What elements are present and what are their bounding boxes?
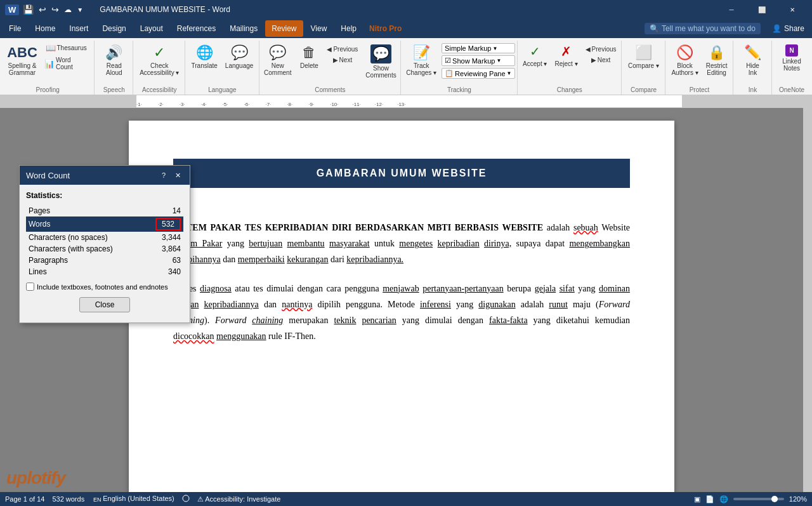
word-count-button[interactable]: 📊 Word Count [42, 55, 90, 72]
para2-forward-2: Forward [215, 316, 246, 325]
compare-button[interactable]: ⬜ Compare ▾ [625, 42, 662, 70]
ruler-ticks: ·1· ·2· ·3· ·4· ·5· ·6· ·7· ·8· ·9· ·10·… [136, 95, 406, 107]
para2-inferensi: inferensi [420, 300, 451, 309]
customize-icon[interactable]: ▼ [77, 6, 83, 13]
document-paragraph-2: Proses diagnosa atau tes dimulai dengan … [173, 281, 630, 345]
show-comments-icon: 💬 [370, 44, 391, 63]
menu-layout[interactable]: Layout [134, 20, 169, 37]
speech-group-label: Speech [103, 85, 125, 93]
block-authors-button[interactable]: 🚫 BlockAuthors ▾ [669, 42, 700, 77]
brand-prefix: up [6, 468, 27, 488]
menu-bar: File Home Insert Design Layout Reference… [0, 19, 812, 38]
language-button[interactable]: 💬 Language [223, 42, 256, 70]
linked-notes-icon: N [785, 44, 797, 57]
hide-ink-icon: ✏️ [744, 44, 761, 61]
ribbon-group-comments: 💬 NewComment 🗑 Delete ◀ Previous ▶ Nex [260, 41, 402, 95]
language-icon: EN [92, 495, 101, 503]
view-web-icon[interactable]: 🌐 [719, 495, 728, 503]
dialog-help-button[interactable]: ? [158, 170, 169, 181]
show-comments-button[interactable]: 💬 ShowComments [363, 42, 398, 80]
restrict-editing-button[interactable]: 🔒 RestrictEditing [704, 42, 730, 77]
include-checkbox-label: Include textboxes, footnotes and endnote… [37, 283, 168, 291]
include-checkbox-row: Include textboxes, footnotes and endnote… [26, 283, 183, 291]
view-normal-icon[interactable]: ▣ [694, 495, 700, 503]
ribbon-group-accessibility: ✓ CheckAccessibility ▾ Accessibility [134, 41, 185, 95]
previous-comment-button[interactable]: ◀ Previous [324, 44, 360, 54]
thesaurus-icon: 📖 [46, 43, 56, 53]
autosave-icon[interactable]: ☁ [64, 5, 72, 14]
table-row-chars-space: Characters (with spaces) 3,864 [26, 243, 183, 255]
pages-label: Pages [26, 205, 143, 216]
track-changes-button[interactable]: 📝 TrackChanges ▾ [403, 42, 439, 77]
linked-notes-button[interactable]: N LinkedNotes [779, 42, 804, 73]
hide-ink-button[interactable]: ✏️ HideInk [740, 42, 766, 77]
reject-button[interactable]: ✗ Reject ▾ [552, 42, 580, 69]
language-group-label: Language [208, 85, 237, 93]
markup-dropdown-label: Simple Markup [445, 44, 491, 52]
include-checkbox[interactable] [26, 283, 34, 291]
menu-nitro-pro[interactable]: Nitro Pro [364, 22, 407, 36]
reviewing-pane-dropdown[interactable]: 📋 Reviewing Pane ▼ [442, 68, 514, 79]
save-icon[interactable]: 💾 [23, 4, 34, 15]
words-label: Words [26, 216, 143, 232]
search-label: Tell me what you want to do [662, 24, 756, 33]
read-aloud-button[interactable]: 🔊 ReadAloud [102, 42, 127, 77]
menu-references[interactable]: References [171, 20, 222, 37]
dialog-stats-table: Pages 14 Words 532 Characters (no spaces… [26, 205, 183, 277]
delete-comment-button[interactable]: 🗑 Delete [296, 42, 322, 70]
zoom-slider[interactable] [733, 498, 784, 500]
accessibility-buttons: ✓ CheckAccessibility ▾ [137, 42, 181, 85]
chars-nospace-label: Characters (no spaces) [26, 232, 143, 243]
para2-fakta: fakta-fakta [489, 316, 528, 325]
view-read-icon[interactable]: 📄 [705, 495, 714, 503]
zoom-level: 120% [789, 495, 807, 503]
check-accessibility-button[interactable]: ✓ CheckAccessibility ▾ [137, 42, 181, 77]
translate-button[interactable]: 🌐 Translate [189, 42, 220, 70]
onenote-buttons: N LinkedNotes [779, 42, 804, 85]
next-change-button[interactable]: ▶ Next [583, 55, 619, 65]
menu-view[interactable]: View [304, 20, 334, 37]
new-comment-button[interactable]: 💬 NewComment [261, 42, 294, 77]
table-row-lines: Lines 340 [26, 266, 183, 277]
reviewing-pane-icon: 📋 [445, 69, 454, 77]
chars-space-label: Characters (with spaces) [26, 243, 143, 255]
markup-dropdown[interactable]: Simple Markup ▼ [442, 43, 514, 53]
undo-icon[interactable]: ↩ [39, 4, 46, 15]
thesaurus-button[interactable]: 📖 Thesaurus [42, 42, 90, 54]
document-paragraph-1: SISTEM PAKAR TES KEPRIBADIAN DIRI BERDAS… [173, 220, 630, 268]
next-change-icon: ▶ [591, 57, 596, 63]
previous-change-button[interactable]: ◀ Previous [583, 44, 619, 54]
show-markup-label: Show Markup [452, 57, 495, 65]
menu-review[interactable]: Review [265, 20, 303, 37]
share-button[interactable]: 👤 Share [767, 22, 809, 36]
accept-button[interactable]: ✓ Accept ▾ [520, 42, 549, 69]
document-scrollbar[interactable] [803, 108, 812, 492]
block-authors-icon: 🚫 [676, 44, 693, 61]
next-change-label: Next [598, 57, 611, 63]
next-comment-button[interactable]: ▶ Next [324, 55, 360, 65]
thesaurus-label: Thesaurus [57, 44, 87, 51]
menu-file[interactable]: File [3, 20, 27, 37]
redo-icon[interactable]: ↪ [51, 4, 59, 15]
menu-help[interactable]: Help [334, 20, 363, 37]
zoom-thumb [771, 496, 778, 502]
spelling-grammar-button[interactable]: ABC Spelling &Grammar [5, 42, 39, 77]
next-comment-label: Next [339, 57, 353, 63]
show-markup-dropdown[interactable]: ☑ Show Markup ▼ [442, 55, 514, 66]
hide-ink-label: HideInk [746, 62, 759, 76]
para2-dominan: dominan [599, 284, 630, 293]
menu-home[interactable]: Home [29, 20, 62, 37]
menu-design[interactable]: Design [96, 20, 132, 37]
spelling-label: Spelling &Grammar [8, 62, 36, 76]
document-page: GAMBARAN UMUM WEBSITE SISTEM PAKAR TES K… [129, 121, 674, 492]
restore-button[interactable]: ⬜ [747, 0, 776, 19]
search-bar[interactable]: 🔍 Tell me what you want to do [645, 23, 761, 34]
ribbon-group-ink: ✏️ HideInk Ink [734, 41, 772, 95]
new-comment-icon: 💬 [269, 44, 286, 61]
close-button[interactable]: ✕ [778, 0, 807, 19]
minimize-button[interactable]: ─ [717, 0, 746, 19]
menu-insert[interactable]: Insert [63, 20, 95, 37]
menu-mailings[interactable]: Mailings [223, 20, 264, 37]
dialog-close-button[interactable]: Close [79, 297, 131, 312]
dialog-close-x-button[interactable]: ✕ [172, 170, 183, 181]
